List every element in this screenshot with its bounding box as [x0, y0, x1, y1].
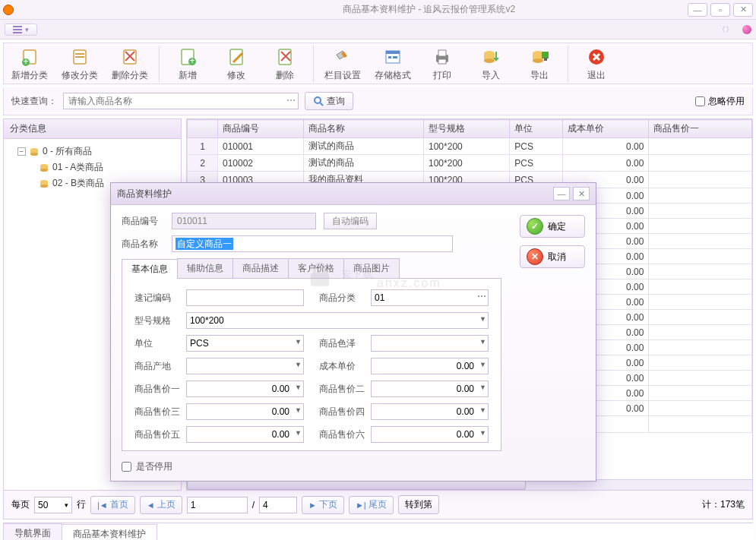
lookup-icon[interactable]: ⋯ — [477, 291, 486, 302]
dropdown-icon[interactable]: ▼ — [479, 338, 486, 346]
disabled-checkbox[interactable] — [122, 462, 131, 472]
grid-header[interactable]: 商品编号 — [218, 120, 304, 138]
dialog-tab-3[interactable]: 客户价格 — [288, 258, 344, 278]
quick-search-bar: 快速查询： ⋯ 查询 忽略停用 — [3, 87, 753, 115]
price3-input[interactable]: 0.00▼ — [186, 403, 304, 420]
exit-icon — [584, 46, 609, 68]
price6-input[interactable]: 0.00▼ — [371, 426, 489, 443]
ok-button[interactable]: ✓ 确定 — [520, 215, 585, 238]
col-icon — [331, 46, 355, 68]
price4-input[interactable]: 0.00▼ — [371, 403, 489, 420]
toolbar-del[interactable]: 删除 — [267, 46, 302, 82]
grid-header[interactable]: 单位 — [510, 120, 563, 138]
next-page-button[interactable]: ►下页 — [302, 496, 344, 514]
current-page-input[interactable] — [187, 497, 248, 513]
svg-text:+: + — [189, 55, 195, 66]
dialog-tab-4[interactable]: 商品图片 — [343, 258, 400, 278]
auto-code-button[interactable]: 自动编码 — [324, 213, 377, 229]
toolbar-import[interactable]: 导入 — [473, 46, 508, 82]
ribbon-expand-icon[interactable]: 〈〉 — [715, 24, 736, 35]
tree-item-a[interactable]: 01 - A类商品 — [7, 159, 178, 175]
cost-input[interactable]: 0.00▼ — [371, 358, 489, 374]
menu-strip: ▾ 〈〉 — [0, 20, 756, 39]
perpage-label: 每页 — [11, 498, 30, 511]
table-row[interactable]: 2010002测试的商品100*200PCS0.00 — [188, 155, 752, 172]
tab-nav[interactable]: 导航界面 — [3, 523, 62, 540]
svg-text:+: + — [23, 56, 28, 67]
dropdown-icon[interactable]: ▼ — [295, 429, 302, 437]
color-input[interactable]: ▼ — [371, 335, 489, 352]
dialog-tab-0[interactable]: 基本信息 — [122, 259, 178, 279]
toolbar-store[interactable]: 存储格式 — [375, 46, 411, 82]
main-menu-button[interactable]: ▾ — [5, 24, 37, 36]
window-minimize[interactable]: — — [688, 3, 707, 17]
dialog-minimize[interactable]: — — [553, 187, 570, 201]
quick-code-input[interactable] — [186, 289, 304, 306]
search-input[interactable] — [63, 93, 299, 109]
dropdown-icon[interactable]: ▼ — [479, 406, 486, 414]
toolbar-new-cat[interactable]: +新增分类 — [11, 46, 48, 82]
dropdown-icon[interactable]: ▼ — [295, 384, 302, 391]
dropdown-icon[interactable]: ▼ — [479, 429, 486, 437]
price2-input[interactable]: 0.00▼ — [371, 381, 489, 397]
grid-header[interactable]: 型号规格 — [424, 120, 510, 138]
toolbar-col[interactable]: 栏目设置 — [324, 46, 361, 82]
first-page-button[interactable]: |◄首页 — [90, 496, 135, 514]
svg-point-26 — [484, 58, 495, 63]
window-restore[interactable]: ▫ — [710, 3, 730, 17]
search-lookup-icon[interactable]: ⋯ — [286, 95, 296, 106]
search-button[interactable]: 查询 — [305, 92, 353, 110]
tree-root[interactable]: − 0 - 所有商品 — [7, 144, 178, 159]
svg-rect-18 — [386, 51, 400, 54]
dropdown-icon[interactable]: ▼ — [295, 338, 302, 346]
svg-point-29 — [533, 58, 543, 63]
total-pages — [259, 497, 297, 513]
import-icon — [479, 46, 503, 68]
toolbar-new[interactable]: +新增 — [170, 46, 205, 82]
perpage-select[interactable]: 50▾ — [34, 497, 72, 513]
unit-input[interactable]: PCS▼ — [186, 335, 304, 352]
toolbar-export[interactable]: 导出 — [522, 46, 557, 82]
name-input[interactable]: 自定义商品一 — [172, 235, 453, 252]
ignore-disabled-checkbox[interactable] — [695, 96, 705, 106]
category-input[interactable]: 01⋯ — [371, 289, 489, 306]
folder-icon — [29, 147, 40, 156]
code-label: 商品编号 — [122, 215, 164, 228]
goto-page-button[interactable]: 转到第 — [398, 495, 439, 514]
dialog-close[interactable]: ✕ — [573, 187, 590, 201]
cancel-button[interactable]: ✕ 取消 — [520, 245, 585, 268]
spec-input[interactable]: 100*200▼ — [186, 312, 489, 329]
last-page-button[interactable]: ►|尾页 — [349, 496, 394, 514]
del-cat-icon — [118, 46, 142, 68]
svg-point-35 — [315, 97, 321, 103]
origin-input[interactable]: ▼ — [186, 358, 304, 374]
new-cat-icon: + — [17, 46, 42, 68]
price5-input[interactable]: 0.00▼ — [186, 426, 304, 443]
dropdown-icon[interactable]: ▼ — [295, 361, 302, 368]
prev-page-button[interactable]: ◄上页 — [140, 496, 182, 514]
disabled-label: 是否停用 — [136, 460, 172, 473]
folder-icon — [39, 163, 49, 172]
tree-collapse-icon[interactable]: − — [17, 147, 26, 156]
price1-input[interactable]: 0.00▼ — [186, 381, 304, 397]
dialog-tab-1[interactable]: 辅助信息 — [177, 258, 233, 278]
window-close[interactable]: ✕ — [733, 3, 753, 17]
dropdown-icon[interactable]: ▼ — [295, 406, 302, 414]
table-row[interactable]: 1010001测试的商品100*200PCS0.00 — [188, 138, 752, 155]
toolbar-exit[interactable]: 退出 — [579, 46, 614, 82]
dropdown-icon[interactable]: ▼ — [479, 384, 486, 391]
toolbar-del-cat[interactable]: 删除分类 — [112, 46, 148, 82]
dropdown-icon[interactable]: ▼ — [479, 361, 486, 368]
toolbar-edit[interactable]: 修改 — [219, 46, 254, 82]
toolbar-print[interactable]: 打印 — [425, 46, 460, 82]
rows-label: 行 — [77, 498, 86, 511]
dropdown-icon[interactable]: ▼ — [479, 315, 486, 323]
folder-icon — [39, 179, 49, 188]
toolbar-edit-cat[interactable]: 修改分类 — [62, 46, 98, 82]
grid-header[interactable]: 成本单价 — [563, 120, 649, 138]
grid-header[interactable]: 商品名称 — [304, 120, 424, 138]
svg-rect-5 — [75, 56, 84, 58]
grid-header[interactable]: 商品售价一 — [649, 120, 752, 138]
tab-product[interactable]: 商品基本资料维护 — [62, 524, 157, 540]
dialog-tab-2[interactable]: 商品描述 — [232, 258, 289, 278]
